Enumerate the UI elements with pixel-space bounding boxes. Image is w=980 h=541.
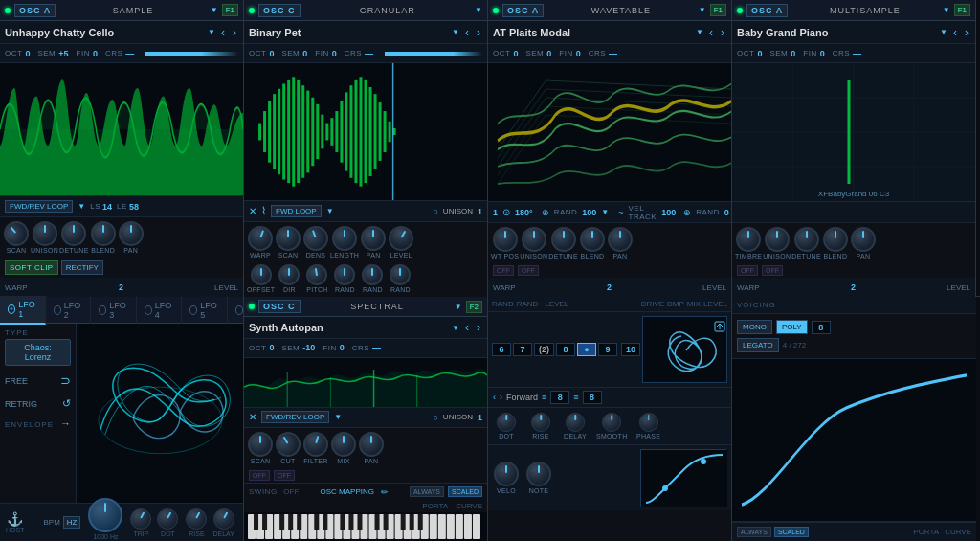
envelope-arrow[interactable]: →: [60, 417, 71, 429]
osc-ms-led[interactable]: [737, 8, 743, 13]
crs-val[interactable]: —: [125, 49, 134, 58]
osc-wt-sem[interactable]: 0: [546, 49, 551, 58]
fwd-prev[interactable]: ‹: [493, 393, 496, 402]
oct-val[interactable]: 0: [25, 49, 30, 58]
num-9[interactable]: 9: [598, 343, 617, 356]
osc-c-dropdown[interactable]: ▼: [475, 6, 482, 14]
poly-val[interactable]: 8: [812, 321, 831, 334]
rand1-knob[interactable]: [334, 264, 355, 285]
le-val[interactable]: 58: [129, 202, 139, 212]
always-voicing-btn[interactable]: ALWAYS: [737, 527, 771, 537]
osc-wt-fin[interactable]: 0: [576, 49, 581, 58]
smooth-chord-knob[interactable]: [602, 413, 621, 432]
blend-ms-knob[interactable]: [823, 227, 848, 252]
osc-wt-f1[interactable]: F1: [710, 4, 726, 16]
legato-btn[interactable]: LEGATO: [737, 338, 779, 352]
osc-a-label[interactable]: OSC A: [14, 4, 56, 17]
poly-voicing-btn[interactable]: POLY: [776, 320, 808, 334]
osc-wt-oct[interactable]: 0: [513, 49, 518, 58]
soft-clip-btn[interactable]: SOFT CLIP: [5, 260, 58, 275]
osc-a-led[interactable]: [5, 8, 11, 13]
spec-crs[interactable]: —: [372, 343, 381, 352]
free-toggle[interactable]: ⊃: [60, 373, 71, 388]
osc-c-sem-val[interactable]: 0: [302, 49, 307, 58]
dir-knob[interactable]: [278, 264, 300, 285]
loop-dropdown[interactable]: ▼: [78, 202, 85, 211]
scan-c-knob[interactable]: [276, 226, 301, 251]
delay-knob[interactable]: [213, 508, 234, 530]
lfo-tab-3[interactable]: LFO 3: [91, 297, 137, 324]
pan-spec-knob[interactable]: [359, 432, 384, 457]
osc-c-label[interactable]: OSC C: [258, 4, 301, 17]
eq-icon-2[interactable]: ≡: [573, 393, 578, 402]
filter-spec-knob[interactable]: [301, 429, 331, 460]
osc-c-wave-icon[interactable]: ⌇: [261, 205, 266, 217]
osc-a-next[interactable]: ›: [231, 26, 238, 39]
osc-c-x-icon[interactable]: ✕: [249, 206, 256, 216]
lfo-tab-4[interactable]: LFO 4: [137, 297, 183, 324]
fin-val[interactable]: 0: [93, 49, 98, 58]
detune-knob[interactable]: [61, 221, 86, 246]
osc-c-next[interactable]: ›: [475, 26, 482, 39]
osc-c-oct-val[interactable]: 0: [269, 49, 274, 58]
osc-ms-sem[interactable]: 0: [791, 49, 795, 58]
ms-off-btn-2[interactable]: OFF: [762, 265, 783, 276]
spec-loop-mode[interactable]: FWD/REV LOOP: [261, 411, 329, 423]
lfo-type-btn[interactable]: Chaos: Lorenz: [5, 339, 71, 366]
mono-voicing-btn[interactable]: MONO: [737, 320, 772, 334]
osc-wt-crs[interactable]: —: [609, 49, 617, 58]
dot-knob[interactable]: [157, 508, 178, 530]
pitch-knob[interactable]: [305, 262, 329, 286]
pan-wt-knob[interactable]: [608, 227, 633, 252]
length-knob[interactable]: [332, 226, 357, 251]
warp-knob[interactable]: [244, 222, 276, 254]
dens-knob[interactable]: [300, 222, 331, 254]
wtpos-knob[interactable]: [493, 227, 518, 252]
spectral-osc-label[interactable]: OSC C: [258, 300, 301, 313]
spec-unison-val[interactable]: 1: [478, 413, 482, 422]
velo-knob[interactable]: [494, 462, 519, 486]
unison-knob[interactable]: [33, 221, 57, 246]
fwd-next[interactable]: ›: [500, 393, 502, 402]
num-7[interactable]: 7: [513, 343, 532, 356]
vel-val[interactable]: 100: [661, 208, 676, 217]
ls-val[interactable]: 14: [102, 202, 112, 212]
ms-off-btn-1[interactable]: OFF: [737, 265, 758, 276]
level-c-knob[interactable]: [384, 221, 418, 256]
num-dot[interactable]: ●: [577, 343, 596, 356]
osc-c-crs-val[interactable]: —: [365, 49, 373, 58]
pan-c-knob[interactable]: [361, 226, 386, 251]
osc-a-name-dropdown[interactable]: ▼: [208, 28, 215, 36]
always-btn[interactable]: ALWAYS: [410, 486, 444, 497]
chord-num-2[interactable]: 8: [583, 391, 602, 404]
rectify-btn[interactable]: RECTIFY: [61, 260, 103, 275]
detune-ms-knob[interactable]: [794, 227, 819, 252]
rand3-knob[interactable]: [390, 264, 411, 285]
num-6[interactable]: 6: [492, 343, 511, 356]
osc-c-prev[interactable]: ‹: [463, 26, 471, 39]
osc-wt-led[interactable]: [493, 8, 499, 13]
osc-c-loop-mode[interactable]: FWD LOOP: [271, 205, 322, 217]
osc-ms-crs[interactable]: —: [853, 49, 861, 58]
num-2[interactable]: (2): [534, 343, 554, 356]
spectral-f2[interactable]: F2: [466, 301, 482, 313]
num-10[interactable]: 10: [621, 343, 640, 356]
scaled-voicing-btn[interactable]: SCALED: [774, 527, 809, 537]
chord-num-1[interactable]: 8: [550, 391, 569, 404]
note-knob[interactable]: [526, 462, 551, 486]
sem-val[interactable]: +5: [58, 49, 68, 58]
unison-ms-knob[interactable]: [765, 227, 790, 252]
rand-val[interactable]: 100: [582, 208, 596, 217]
rand2-knob[interactable]: [362, 264, 383, 285]
phase-chord-knob[interactable]: [639, 413, 658, 432]
num-8[interactable]: 8: [556, 343, 575, 356]
mix-spec-knob[interactable]: [331, 432, 356, 457]
cut-spec-knob[interactable]: [271, 427, 305, 462]
osc-c-led[interactable]: [249, 8, 255, 13]
retrig-icon[interactable]: ↺: [62, 397, 71, 410]
osc-mapping-btn[interactable]: OSC MAPPING: [321, 487, 374, 496]
rate-knob[interactable]: [88, 498, 122, 532]
trip-knob[interactable]: [130, 508, 151, 530]
rise-knob[interactable]: [186, 508, 207, 530]
lfo-tab-1[interactable]: + LFO 1: [0, 296, 46, 325]
